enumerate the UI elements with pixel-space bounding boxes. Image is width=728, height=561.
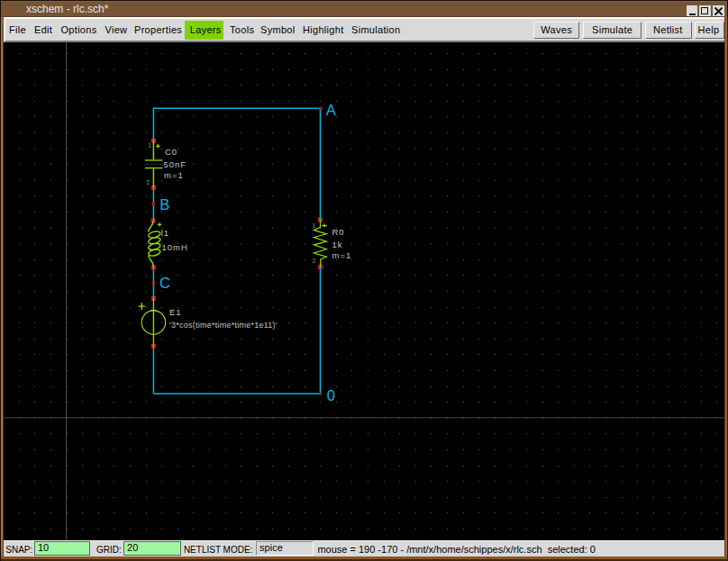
svg-text:l1: l1 (161, 228, 169, 238)
svg-text:10mH: 10mH (162, 242, 188, 252)
svg-text:1k: 1k (332, 240, 343, 249)
svg-text:R0: R0 (332, 227, 345, 237)
svg-text:m=1: m=1 (164, 170, 184, 180)
svg-text:m=1: m=1 (332, 250, 352, 260)
svg-text:2: 2 (146, 179, 150, 185)
svg-text:A: A (326, 102, 336, 118)
svg-text:E1: E1 (169, 307, 182, 317)
svg-text:C0: C0 (165, 147, 177, 157)
svg-text:50nF: 50nF (163, 159, 187, 169)
svg-text:1: 1 (148, 142, 151, 149)
svg-text:1: 1 (313, 222, 316, 229)
svg-text:2: 2 (313, 258, 316, 264)
svg-text:C: C (159, 275, 170, 291)
svg-text:'3*cos(time*time*time*1e11)': '3*cos(time*time*time*1e11)' (169, 321, 278, 330)
svg-text:0: 0 (327, 387, 335, 403)
svg-text:B: B (159, 196, 169, 213)
